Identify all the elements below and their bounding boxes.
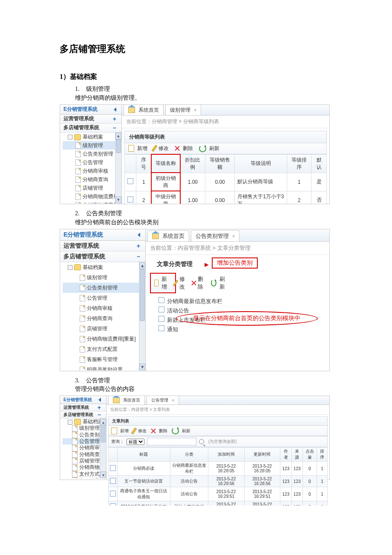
refresh-button[interactable]: 刷新: [172, 427, 190, 434]
search-input[interactable]: [147, 438, 196, 445]
tree-item[interactable]: 分销商物流费用[件]: [63, 192, 121, 201]
minus-box-icon[interactable]: -: [68, 135, 72, 139]
tree-item[interactable]: 公告类别管理: [63, 150, 121, 158]
tree-item[interactable]: 公告管理: [63, 293, 145, 303]
sys2-row[interactable]: 多店铺管理系统 −: [60, 251, 145, 262]
scroll-down-icon[interactable]: ▾: [139, 364, 145, 370]
checkbox[interactable]: [159, 316, 164, 322]
scroll-thumb[interactable]: [101, 425, 106, 442]
tab-active[interactable]: 级别管理×: [165, 105, 201, 115]
tab-active[interactable]: 公告管理×: [147, 396, 179, 405]
collapse-icon[interactable]: [138, 233, 140, 237]
search-icon[interactable]: [199, 439, 204, 444]
sys2-row[interactable]: 多店铺管理系统 −: [60, 411, 106, 419]
refresh-button[interactable]: 刷新: [211, 275, 227, 291]
tab-home[interactable]: 系统首页: [124, 105, 164, 115]
table-row[interactable]: 五一节促销活动设置活动公告2013-5-22 16:28:562013-5-22…: [109, 476, 328, 487]
table-row[interactable]: 2中级分销商1.000.00月销售大于1万小于3万2否: [125, 191, 327, 204]
tree-item[interactable]: 分销商查询: [63, 313, 145, 324]
collapse-icon[interactable]: −: [137, 254, 140, 260]
table-row[interactable]: 2013年6月最新款已发布新款上市发布栏2013-5-22 16:30:3620…: [109, 501, 328, 506]
sys1-row[interactable]: 运营管理系统 +: [60, 404, 106, 411]
new-button[interactable]: 新增: [111, 428, 129, 434]
table-row[interactable]: 商通电子商务五一假日活动通知活动公告2013-5-22 16:29:512013…: [109, 487, 328, 501]
scroll-thumb[interactable]: [116, 139, 121, 153]
tab-home[interactable]: 系统首页: [108, 396, 145, 405]
expand-icon[interactable]: +: [113, 116, 116, 122]
expand-icon[interactable]: +: [137, 243, 140, 249]
collapse-icon[interactable]: −: [98, 412, 101, 418]
table-row[interactable]: 1初级分销商1.000.00默认分销商等级1是: [125, 173, 327, 191]
checkbox[interactable]: [159, 297, 164, 303]
collapse-icon[interactable]: [114, 107, 116, 112]
tree-root[interactable]: -基础档案: [63, 133, 121, 141]
scroll-down-icon[interactable]: ▾: [100, 471, 106, 478]
tree-item[interactable]: 招商员奖励设置: [63, 364, 145, 370]
tab-active[interactable]: 公告类别管理×: [191, 230, 239, 241]
tree-item[interactable]: 支付方式配置: [63, 344, 145, 354]
file-icon: [72, 445, 78, 451]
search-field-select[interactable]: 标题: [127, 439, 144, 445]
del-button[interactable]: 删除: [151, 428, 167, 434]
scroll-up-icon[interactable]: ▴: [139, 262, 145, 269]
sys1-row[interactable]: 运营管理系统 +: [60, 115, 121, 124]
nav-tree: -基础档案 级别管理公告类别管理公告管理分销商审核分销商查询店铺管理分销商物流费…: [60, 133, 121, 203]
new-button[interactable]: 新增: [128, 145, 147, 152]
close-icon[interactable]: ×: [232, 234, 235, 239]
cell: 123: [280, 501, 291, 506]
col-header: 排序: [317, 448, 327, 462]
cell[interactable]: [109, 487, 118, 501]
minus-box-icon[interactable]: -: [68, 265, 72, 270]
del-button[interactable]: 删除: [191, 275, 205, 291]
tree-item[interactable]: 分销商查询: [63, 175, 121, 184]
refresh-button[interactable]: 刷新: [199, 145, 219, 152]
tree-item[interactable]: 分销商审核: [63, 167, 121, 175]
refresh-icon: [211, 279, 216, 286]
sys2-row[interactable]: 多店铺管理系统 −: [60, 124, 121, 133]
cell: 0: [303, 501, 317, 506]
tree-scrollbar[interactable]: ▴ ▾: [100, 419, 106, 478]
tree-item[interactable]: 级别管理: [63, 272, 145, 283]
scroll-down-icon[interactable]: ▾: [115, 197, 121, 203]
category-item[interactable]: 分销商最新信息发布栏: [159, 297, 329, 306]
expand-icon[interactable]: +: [98, 405, 101, 410]
close-icon[interactable]: ×: [194, 107, 196, 113]
edit-button[interactable]: 修改: [153, 145, 169, 152]
edit-button[interactable]: 修改: [175, 275, 185, 291]
cell[interactable]: [125, 191, 136, 204]
tree-item[interactable]: 客服帐号管理: [63, 354, 145, 364]
sys1-row[interactable]: 运营管理系统 +: [60, 241, 145, 251]
tree-scrollbar[interactable]: ▴ ▾: [139, 262, 145, 370]
tab-home[interactable]: 系统首页: [147, 230, 189, 241]
tree-root[interactable]: -基础档案: [63, 262, 145, 272]
tree-scrollbar[interactable]: ▴ ▾: [115, 133, 121, 203]
file-icon: [80, 315, 85, 322]
collapse-icon[interactable]: [98, 398, 101, 402]
tree-item[interactable]: 分销商物流费用[重量]: [63, 201, 121, 203]
tabs: 系统首页 级别管理×: [122, 105, 329, 116]
tree-item[interactable]: 店铺管理: [63, 184, 121, 192]
tree-item[interactable]: 级别管理: [63, 141, 121, 150]
item-2-title: 公告类别管理: [86, 210, 122, 217]
checkbox[interactable]: [159, 306, 164, 312]
close-icon[interactable]: ×: [172, 398, 174, 403]
tree-item[interactable]: 店铺管理: [63, 324, 145, 334]
cell[interactable]: [109, 462, 118, 476]
tree-item[interactable]: 公告管理: [63, 158, 121, 167]
category-item[interactable]: 通知: [159, 325, 329, 334]
tree-item[interactable]: 分销商物流费用[重量]: [63, 334, 145, 344]
new-button[interactable]: 新增: [154, 275, 169, 291]
scroll-up-icon[interactable]: ▴: [115, 133, 121, 139]
table-row[interactable]: 分销商必读分销商最新信息发布栏2013-5-22 16:28:052013-5-…: [109, 462, 328, 476]
del-button[interactable]: 删除: [175, 145, 193, 152]
edit-button[interactable]: 修改: [133, 428, 147, 434]
tree-item[interactable]: 公告类别管理: [63, 283, 145, 293]
cell[interactable]: [125, 173, 136, 191]
collapse-icon[interactable]: −: [113, 125, 116, 131]
checkbox[interactable]: [159, 325, 164, 331]
minus-box-icon[interactable]: -: [68, 420, 72, 425]
cell[interactable]: [109, 501, 118, 506]
cell[interactable]: [109, 476, 118, 487]
scroll-thumb[interactable]: [140, 269, 145, 321]
tree-item[interactable]: 分销商审核: [63, 303, 145, 313]
